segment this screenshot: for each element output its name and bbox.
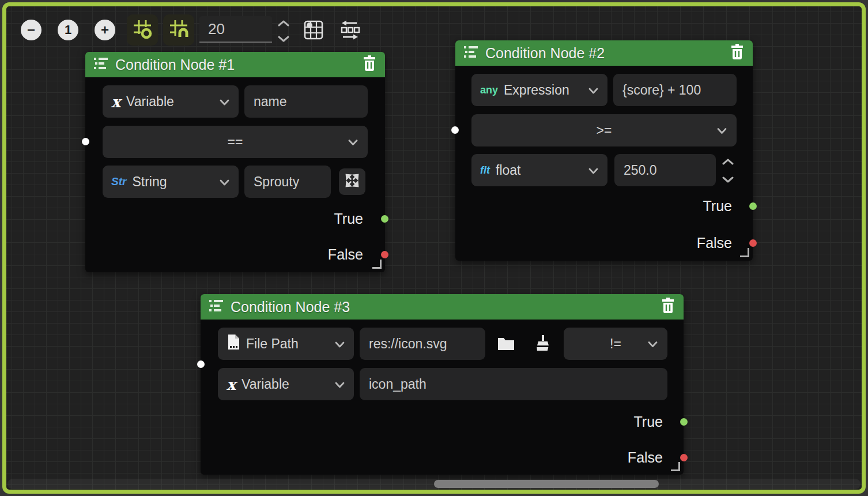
- true-output-port[interactable]: [381, 215, 388, 223]
- operator-label: ==: [228, 134, 243, 150]
- variable-type-icon: x: [227, 375, 236, 393]
- chevron-down-icon: [219, 174, 230, 190]
- condition-node-3[interactable]: Condition Node #3 File Path: [201, 294, 684, 475]
- input-port[interactable]: [197, 360, 205, 368]
- node-resize-handle[interactable]: [372, 260, 382, 269]
- node-titlebar[interactable]: Condition Node #2: [455, 40, 753, 66]
- grid-visibility-icon: [132, 18, 153, 42]
- file-path-input[interactable]: [360, 328, 485, 360]
- chevron-down-icon: [716, 123, 727, 138]
- browse-file-button[interactable]: [496, 333, 516, 356]
- value-type-label: Variable: [126, 94, 174, 110]
- true-output-label: True: [703, 197, 732, 215]
- chevron-down-icon: [334, 336, 345, 352]
- chevron-down-icon: [348, 134, 358, 150]
- chevron-down-icon: [647, 336, 658, 352]
- zoom-reset-label: 1: [65, 22, 71, 37]
- operator-dropdown[interactable]: >=: [471, 114, 737, 146]
- node-resize-handle[interactable]: [671, 462, 680, 471]
- false-output-port[interactable]: [680, 454, 688, 461]
- false-output-label: False: [328, 246, 363, 263]
- graph-canvas[interactable]: − 1 + 20: [2, 2, 866, 494]
- condition-list-icon: [93, 56, 108, 73]
- value-type-dropdown[interactable]: x Variable: [103, 85, 239, 118]
- any-type-icon: any: [480, 84, 498, 96]
- zoom-in-label: +: [101, 22, 109, 38]
- value-type-label: Expression: [504, 82, 569, 98]
- condition-node-1[interactable]: Condition Node #1 x Variable ==: [85, 52, 385, 272]
- horizontal-scrollbar-thumb[interactable]: [434, 480, 659, 488]
- float-value-input[interactable]: [614, 154, 716, 186]
- chevron-down-icon: [334, 377, 345, 392]
- compare-type-dropdown[interactable]: Str String: [103, 166, 239, 198]
- clear-path-button[interactable]: [533, 333, 553, 356]
- snap-spin-up-icon[interactable]: [277, 19, 290, 29]
- delete-node-icon[interactable]: [661, 298, 675, 316]
- toggle-minimap-button[interactable]: [303, 19, 324, 43]
- true-output-port[interactable]: [680, 418, 688, 426]
- node-resize-handle[interactable]: [740, 248, 749, 257]
- compare-type-label: String: [132, 174, 167, 190]
- variable-type-icon: x: [111, 93, 120, 111]
- node-titlebar[interactable]: Condition Node #3: [201, 294, 684, 320]
- expand-editor-button[interactable]: [339, 168, 365, 195]
- compare-type-label: float: [496, 163, 520, 178]
- value-type-dropdown[interactable]: any Expression: [471, 74, 607, 106]
- input-port[interactable]: [82, 138, 89, 145]
- zoom-in-button[interactable]: +: [95, 20, 115, 40]
- toggle-grid-button[interactable]: [127, 14, 158, 46]
- false-output-port[interactable]: [749, 239, 757, 247]
- minimap-icon: [303, 19, 324, 43]
- true-output-port[interactable]: [749, 202, 757, 210]
- expression-input[interactable]: [613, 74, 737, 106]
- float-type-icon: flt: [480, 164, 490, 176]
- node-titlebar[interactable]: Condition Node #1: [85, 52, 385, 77]
- zoom-out-label: −: [27, 22, 35, 38]
- compare-type-dropdown[interactable]: x Variable: [218, 368, 354, 400]
- snap-magnet-icon: [168, 18, 189, 42]
- value-type-dropdown[interactable]: File Path: [218, 328, 354, 360]
- operator-dropdown[interactable]: ==: [103, 126, 368, 158]
- condition-node-2[interactable]: Condition Node #2 any Expression >=: [455, 40, 753, 261]
- delete-node-icon[interactable]: [362, 55, 377, 74]
- input-port[interactable]: [451, 126, 459, 134]
- condition-list-icon: [463, 44, 478, 62]
- chevron-down-icon: [219, 94, 230, 110]
- operator-dropdown[interactable]: !=: [564, 328, 667, 360]
- variable-name-input[interactable]: [360, 368, 667, 400]
- false-output-label: False: [697, 234, 732, 251]
- snap-distance-input[interactable]: 20: [199, 16, 272, 43]
- compare-type-dropdown[interactable]: flt float: [471, 154, 607, 186]
- operator-label: !=: [610, 336, 621, 352]
- false-output-port[interactable]: [381, 251, 388, 258]
- value-type-label: File Path: [246, 336, 299, 352]
- compare-type-label: Variable: [241, 377, 289, 392]
- broom-icon: [533, 333, 553, 356]
- chevron-down-icon: [588, 163, 599, 178]
- node-title: Condition Node #1: [115, 57, 355, 73]
- zoom-reset-button[interactable]: 1: [58, 20, 78, 40]
- zoom-out-button[interactable]: −: [21, 20, 41, 40]
- true-output-label: True: [334, 210, 363, 227]
- float-spin-up-icon[interactable]: [722, 157, 734, 168]
- false-output-label: False: [628, 449, 663, 466]
- file-path-type-icon: [227, 334, 240, 354]
- snap-spin-down-icon[interactable]: [277, 35, 290, 45]
- toggle-snap-button[interactable]: [163, 14, 194, 46]
- condition-list-icon: [209, 298, 224, 315]
- arrange-nodes-icon: [339, 19, 361, 43]
- float-spin-down-icon[interactable]: [722, 175, 734, 186]
- delete-node-icon[interactable]: [730, 44, 745, 62]
- arrange-nodes-button[interactable]: [339, 19, 361, 43]
- node-title: Condition Node #2: [485, 45, 723, 62]
- snap-distance-value: 20: [208, 20, 225, 38]
- string-type-icon: Str: [111, 175, 126, 188]
- expand-icon: [345, 173, 360, 190]
- variable-name-input[interactable]: [244, 85, 368, 118]
- operator-label: >=: [597, 123, 612, 138]
- chevron-down-icon: [588, 82, 599, 98]
- true-output-label: True: [634, 413, 663, 430]
- compare-value-input[interactable]: [244, 166, 331, 198]
- folder-icon: [496, 333, 516, 356]
- node-title: Condition Node #3: [231, 299, 654, 315]
